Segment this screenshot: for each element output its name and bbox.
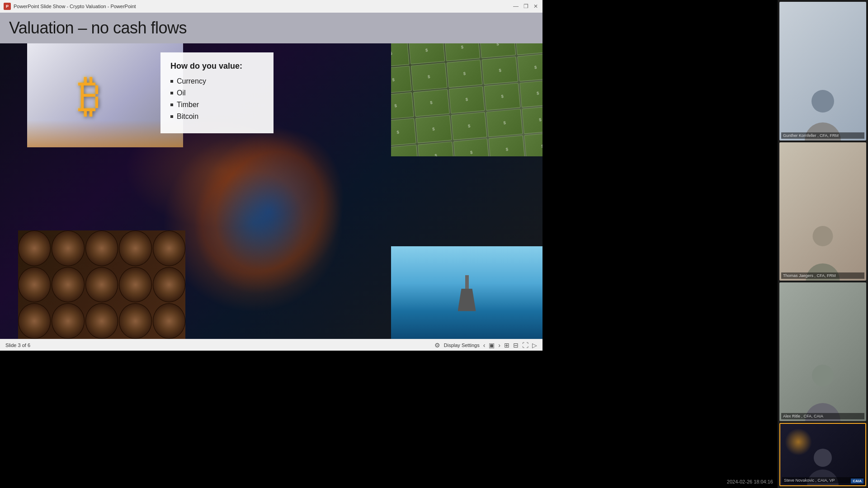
log-15 bbox=[153, 303, 185, 339]
presenter-button[interactable]: ▷ bbox=[532, 342, 537, 349]
timber-image bbox=[18, 230, 185, 339]
bullet-label-timber: Timber bbox=[177, 101, 199, 109]
bill-11: $ bbox=[391, 92, 414, 120]
window-controls: — ❐ ✕ bbox=[513, 3, 539, 9]
bill-15: $ bbox=[519, 80, 542, 108]
video-tile-3: Alex Ritle , CFA, CAIA bbox=[779, 282, 866, 421]
bill-5: $ bbox=[515, 43, 542, 55]
text-overlay-box: How do you value: Currency Oil Timber Bi… bbox=[160, 52, 274, 133]
minimize-button[interactable]: — bbox=[513, 3, 519, 9]
restore-button[interactable]: ❐ bbox=[523, 3, 529, 9]
bullet-item-timber: Timber bbox=[170, 101, 264, 109]
log-1 bbox=[18, 230, 51, 266]
bitcoin-image bbox=[27, 43, 183, 147]
log-2 bbox=[52, 230, 84, 266]
participant-name-1: Gunther Kornfeller , CFA, FRM bbox=[781, 132, 864, 139]
bill-9: $ bbox=[481, 56, 518, 84]
bill-8: $ bbox=[446, 59, 483, 88]
log-8 bbox=[85, 267, 118, 303]
rig-base bbox=[458, 289, 476, 311]
timber-logs bbox=[18, 230, 185, 339]
bullet-list: Currency Oil Timber Bitcoin bbox=[170, 77, 264, 121]
log-6 bbox=[18, 267, 51, 303]
log-10 bbox=[153, 267, 185, 303]
bullet-label-oil: Oil bbox=[177, 89, 186, 97]
bill-19: $ bbox=[486, 109, 523, 137]
log-4 bbox=[119, 230, 151, 266]
statusbar: Slide 3 of 6 ⚙ Display Settings ‹ ▣ › ⊞ … bbox=[0, 339, 542, 351]
display-settings-label[interactable]: Display Settings bbox=[444, 343, 480, 348]
bill-20: $ bbox=[522, 106, 542, 134]
money-image: $ $ $ $ $ $ $ $ $ $ $ $ $ $ $ $ $ $ $ $ bbox=[391, 43, 542, 156]
log-14 bbox=[119, 303, 151, 339]
bullet-item-currency: Currency bbox=[170, 77, 264, 85]
bill-10: $ bbox=[517, 53, 542, 82]
slide-info: Slide 3 of 6 bbox=[5, 343, 30, 348]
log-9 bbox=[119, 267, 151, 303]
bill-12: $ bbox=[413, 89, 449, 117]
bill-25: $ bbox=[524, 132, 542, 156]
below-slide-area bbox=[0, 352, 542, 488]
prev-slide-button[interactable]: ‹ bbox=[483, 342, 486, 349]
bill-16: $ bbox=[391, 118, 416, 147]
bullet-icon-timber bbox=[170, 103, 173, 106]
log-5 bbox=[153, 230, 185, 266]
powerpoint-icon: P bbox=[4, 3, 11, 10]
oil-rig-structure bbox=[453, 275, 481, 311]
titlebar: P PowerPoint Slide Show - Crypto Valuati… bbox=[0, 0, 542, 13]
log-11 bbox=[18, 303, 51, 339]
bill-23: $ bbox=[453, 138, 490, 156]
close-button[interactable]: ✕ bbox=[533, 3, 539, 9]
bullet-icon-currency bbox=[170, 80, 173, 83]
bill-1: $ bbox=[391, 43, 410, 67]
status-right-controls: ⚙ Display Settings ‹ ▣ › ⊞ ⊟ ⛶ ▷ bbox=[434, 342, 537, 349]
bullet-icon-oil bbox=[170, 92, 173, 94]
bill-7: $ bbox=[410, 62, 447, 91]
bill-4: $ bbox=[479, 43, 516, 58]
oil-rig-image bbox=[391, 246, 542, 339]
caia-badge: CAIA bbox=[851, 479, 863, 483]
bill-21: $ bbox=[391, 145, 419, 156]
bill-24: $ bbox=[489, 135, 525, 156]
participant-name-2: Thomas Jaegers , CFA, FRM bbox=[781, 272, 864, 279]
log-12 bbox=[52, 303, 84, 339]
window-title: PowerPoint Slide Show - Crypto Valuation… bbox=[14, 4, 513, 9]
bullet-item-oil: Oil bbox=[170, 89, 264, 97]
display-settings-icon[interactable]: ⚙ bbox=[434, 342, 440, 349]
slide-title: Valuation – no cash flows bbox=[9, 19, 187, 38]
fullscreen-button[interactable]: ⛶ bbox=[522, 342, 528, 349]
bill-2: $ bbox=[408, 43, 445, 65]
bullet-icon-bitcoin bbox=[170, 115, 173, 118]
participant-name-3: Alex Ritle , CFA, CAIA bbox=[781, 413, 864, 419]
bill-3: $ bbox=[444, 43, 481, 61]
video-tile-2: Thomas Jaegers , CFA, FRM bbox=[779, 142, 866, 281]
bullet-item-bitcoin: Bitcoin bbox=[170, 113, 264, 121]
bill-14: $ bbox=[484, 83, 521, 111]
bill-17: $ bbox=[415, 115, 452, 144]
notes-view-button[interactable]: ⊟ bbox=[513, 342, 519, 349]
slide-view-button[interactable]: ▣ bbox=[489, 342, 495, 349]
video-tile-4-active: Steve Novakovic , CAIA, VP CAIA bbox=[779, 423, 866, 486]
money-bills: $ $ $ $ $ $ $ $ $ $ $ $ $ $ $ $ $ $ $ $ bbox=[391, 43, 542, 156]
video-tile-1: Gunther Kornfeller , CFA, FRM bbox=[779, 2, 866, 141]
timestamp: 2024-02-26 18:04:16 bbox=[727, 479, 773, 484]
tile-swirl-decoration bbox=[785, 428, 812, 455]
log-3 bbox=[85, 230, 118, 266]
bill-18: $ bbox=[451, 112, 487, 141]
log-13 bbox=[85, 303, 118, 339]
right-panel-video: Gunther Kornfeller , CFA, FRM Thomas Jae… bbox=[778, 0, 868, 488]
slide-container: Valuation – no cash flows $ $ $ $ $ $ $ … bbox=[0, 13, 542, 339]
bill-13: $ bbox=[448, 86, 485, 114]
bill-22: $ bbox=[417, 141, 454, 156]
log-7 bbox=[52, 267, 84, 303]
text-overlay-heading: How do you value: bbox=[170, 61, 264, 71]
bullet-label-bitcoin: Bitcoin bbox=[177, 113, 198, 121]
bill-6: $ bbox=[391, 66, 412, 94]
slide-title-bar: Valuation – no cash flows bbox=[0, 13, 542, 43]
next-slide-button[interactable]: › bbox=[498, 342, 500, 349]
grid-view-button[interactable]: ⊞ bbox=[504, 342, 509, 349]
bullet-label-currency: Currency bbox=[177, 77, 206, 85]
